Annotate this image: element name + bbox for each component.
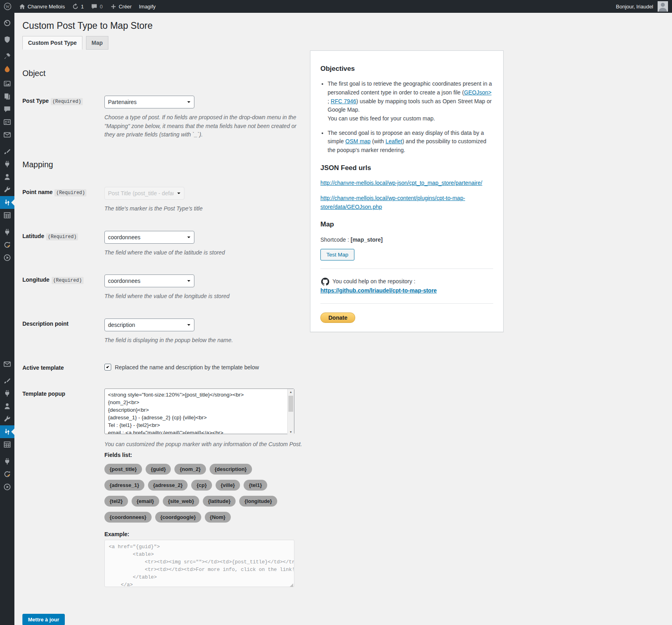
menu-dashboard[interactable]: [0, 16, 14, 29]
menu-video[interactable]: [0, 251, 14, 264]
menu-tablepress[interactable]: [0, 209, 14, 222]
scrollbar-thumb[interactable]: [288, 396, 293, 412]
plug-icon: [3, 457, 11, 465]
tab-custom-post-type[interactable]: Custom Post Type: [22, 36, 82, 50]
field-pill: {adresse_1}: [104, 480, 144, 491]
test-map-button[interactable]: Test Map: [320, 249, 354, 260]
menu-settings-cpt-map-store[interactable]: [0, 425, 14, 438]
geojson-link[interactable]: GEOJson>: [464, 89, 492, 96]
shortcode-value: [map_store]: [351, 236, 383, 243]
tab-bar: Custom Post Type Map: [22, 36, 672, 50]
longitude-select[interactable]: coordonnees: [104, 274, 194, 287]
page-title: Custom Post Type to Map Store: [22, 20, 672, 32]
longitude-help: The field where the value of the longitu…: [104, 292, 306, 301]
site-name-label: Chanvre Mellois: [28, 4, 65, 10]
scroll-up-arrow[interactable]: ▲: [288, 389, 294, 395]
field-pill: {cp}: [191, 480, 212, 491]
textarea-scrollbar[interactable]: ▲ ▼: [287, 389, 294, 435]
site-name-link[interactable]: Chanvre Mellois: [15, 0, 68, 13]
menu-users[interactable]: [0, 170, 14, 183]
menu-plugins[interactable]: [0, 158, 14, 170]
menu-flamingo[interactable]: [0, 63, 14, 76]
osm-map-link[interactable]: OSM map: [345, 138, 370, 144]
idcard-icon: [3, 118, 11, 126]
menu-plugin-extra[interactable]: [0, 226, 14, 238]
description-point-label: Description point: [22, 319, 104, 345]
scroll-down-arrow[interactable]: ▼: [288, 429, 294, 435]
shield-icon: [3, 36, 11, 44]
admin-bar: Chanvre Mellois 1 0 Créer Imagify Bonjou…: [0, 0, 672, 13]
table-icon: [3, 441, 11, 449]
post-type-select[interactable]: Partenaires: [104, 96, 194, 108]
menu-settings-cpt-map-store[interactable]: [0, 196, 14, 209]
example-label: Example:: [104, 531, 318, 537]
menu-backup[interactable]: [0, 468, 14, 481]
objective-item: The first goal is to retrieve the geogra…: [328, 80, 493, 123]
description-point-select[interactable]: description: [104, 319, 194, 331]
feed-url-link[interactable]: http://chanvre-mellois.local/wp-json/cpt…: [320, 179, 493, 188]
github-text: You could help on the repository :: [332, 277, 415, 286]
menu-mail[interactable]: [0, 128, 14, 141]
field-pill: {coordonnees}: [104, 512, 152, 523]
avatar[interactable]: [658, 1, 668, 12]
menu-tools[interactable]: [0, 413, 14, 425]
menu-contact[interactable]: [0, 116, 14, 128]
new-content-button[interactable]: Créer: [106, 0, 136, 13]
post-type-help: Choose a type of post. If no fields are …: [104, 113, 306, 139]
menu-backup[interactable]: [0, 238, 14, 251]
active-template-checkbox[interactable]: [104, 364, 111, 371]
imagify-menu[interactable]: Imagify: [135, 0, 159, 13]
rfc-7946-link[interactable]: RFC 7946: [331, 98, 356, 104]
shortcode-line: Shortcode : [map_store]: [320, 236, 493, 244]
plus-icon: [110, 3, 117, 10]
field-pill: {site_web}: [163, 496, 199, 507]
updates-icon: [72, 3, 79, 10]
feed-url-link[interactable]: http://chanvre-mellois.local/wp-content/…: [320, 194, 493, 211]
longitude-row: Longitude(Required) coordonnees The fiel…: [22, 274, 318, 301]
brush-icon: [3, 147, 11, 155]
wordpress-logo-icon[interactable]: [0, 0, 15, 13]
donate-button[interactable]: Donate: [320, 312, 355, 323]
mail-icon: [3, 360, 11, 368]
latitude-select[interactable]: coordonnees: [104, 231, 194, 244]
menu-mail[interactable]: [0, 358, 14, 371]
menu-appearance[interactable]: [0, 374, 14, 387]
template-popup-label: Template popup: [22, 389, 104, 589]
menu-plugins[interactable]: [0, 387, 14, 400]
menu-tablepress[interactable]: [0, 438, 14, 451]
github-line: You could help on the repository :: [320, 277, 493, 286]
menu-security[interactable]: [0, 33, 14, 46]
play-icon: [3, 254, 11, 262]
leaflet-link[interactable]: Leaflet: [386, 138, 402, 144]
menu-pages[interactable]: [0, 90, 14, 103]
updates-indicator[interactable]: 1: [68, 0, 87, 13]
active-template-checkbox-label: Replaced the name and description by the…: [115, 364, 259, 371]
menu-comments[interactable]: [0, 103, 14, 116]
comments-indicator[interactable]: 0: [87, 0, 106, 13]
update-button[interactable]: Mettre à jour: [22, 614, 65, 625]
settings-form: Object Post Type(Required) Partenaires C…: [22, 69, 318, 625]
menu-plugin-extra[interactable]: [0, 455, 14, 468]
mapping-heading: Mapping: [22, 160, 318, 169]
info-panel: Objectives The first goal is to retrieve…: [310, 50, 504, 332]
object-heading: Object: [22, 69, 318, 78]
updates-count: 1: [81, 4, 84, 10]
active-template-row: Active template Replaced the name and de…: [22, 363, 318, 371]
objective-item: The second goal is to propose an easy di…: [328, 129, 493, 155]
field-pill: {ville}: [216, 480, 240, 491]
menu-posts[interactable]: [0, 50, 14, 63]
menu-users[interactable]: [0, 400, 14, 413]
menu-appearance[interactable]: [0, 145, 14, 158]
post-type-row: Post Type(Required) Partenaires Choose a…: [22, 96, 318, 139]
github-repo-link[interactable]: https://github.com/lriaudel/cpt-to-map-s…: [320, 287, 437, 294]
user-greeting[interactable]: Bonjour, lriaudel: [612, 0, 657, 13]
template-popup-textarea[interactable]: <strong style="font-size:120%">{post_tit…: [104, 389, 294, 434]
resize-grip[interactable]: [290, 583, 293, 587]
point-name-select: Post Title (post_title - default): [104, 187, 184, 200]
menu-tools[interactable]: [0, 183, 14, 196]
menu-video[interactable]: [0, 481, 14, 493]
field-pill: {guid}: [146, 464, 171, 475]
point-name-help: The title's marker is the Post Type's ti…: [104, 204, 306, 213]
menu-media[interactable]: [0, 77, 14, 90]
tab-map[interactable]: Map: [86, 36, 108, 50]
